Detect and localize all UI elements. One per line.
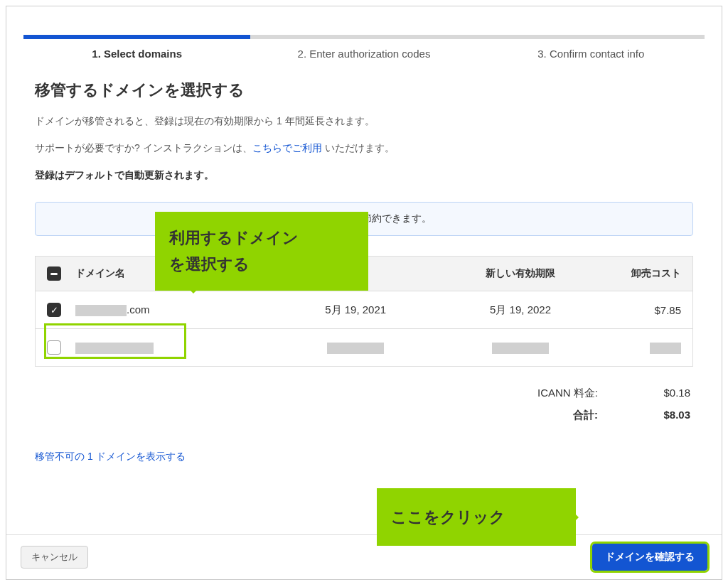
total-label: 合計: <box>498 409 598 422</box>
current-expiry-cell: 5月 19, 2021 <box>273 303 438 317</box>
grand-total-row: 合計: $8.03 <box>498 409 690 422</box>
header-new: 新しい有効期限 <box>438 267 603 280</box>
progress-segment-3 <box>478 35 705 39</box>
support-suffix: いただけます。 <box>322 142 395 154</box>
totals-section: ICANN 料金: $0.18 合計: $8.03 <box>35 387 693 422</box>
check-icon: ✓ <box>50 306 58 315</box>
step-3-label: 3. Confirm contact info <box>478 48 705 60</box>
icann-value: $0.18 <box>641 387 690 400</box>
annotation-line2: を選択する <box>169 251 354 277</box>
redacted-value <box>492 343 549 354</box>
current-expiry-cell <box>273 341 438 354</box>
cost-cell: $7.85 <box>603 304 681 316</box>
domain-cell <box>75 341 273 354</box>
redacted-value <box>650 343 681 354</box>
main-panel: 1. Select domains 2. Enter authorization… <box>6 6 722 580</box>
steps-row: 1. Select domains 2. Enter authorization… <box>23 48 705 60</box>
instructions-link[interactable]: こちらでご利用 <box>252 142 322 154</box>
support-prefix: サポートが必要ですか? インストラクションは、 <box>35 142 252 154</box>
new-expiry-cell: 5月 19, 2022 <box>438 303 603 317</box>
support-text: サポートが必要ですか? インストラクションは、こちらでご利用 いただけます。 <box>35 142 693 155</box>
redacted-domain <box>75 343 154 354</box>
progress-bar <box>23 35 705 39</box>
annotation-click-text: ここをクリック <box>391 508 505 526</box>
intro-text: ドメインが移管されると、登録は現在の有効期限から 1 年間延長されます。 <box>35 115 693 128</box>
content-area: 移管するドメインを選択する ドメインが移管されると、登録は現在の有効期限から 1… <box>6 60 722 534</box>
progress-segment-2 <box>250 35 477 39</box>
cost-cell <box>603 341 681 354</box>
auto-renew-note: 登録はデフォルトで自動更新されます。 <box>35 169 693 182</box>
annotation-select-domain: 利用するドメイン を選択する <box>155 212 368 291</box>
redacted-domain <box>75 305 127 316</box>
icann-label: ICANN 料金: <box>498 387 598 400</box>
footer-bar: キャンセル ドメインを確認する <box>6 534 722 579</box>
redacted-value <box>327 343 384 354</box>
indeterminate-icon <box>50 273 58 275</box>
domain-suffix: .com <box>127 303 150 316</box>
icann-fee-row: ICANN 料金: $0.18 <box>498 387 690 400</box>
header-cost: 卸売コスト <box>603 267 681 280</box>
table-row <box>36 328 692 366</box>
confirm-domains-button[interactable]: ドメインを確認する <box>592 544 707 571</box>
row-checkbox[interactable] <box>47 340 61 355</box>
show-unavailable-link[interactable]: 移管不可の 1 ドメインを表示する <box>35 451 693 463</box>
select-all-checkbox[interactable] <box>47 266 61 281</box>
progress-segment-1 <box>23 35 250 39</box>
row-checkbox[interactable]: ✓ <box>47 303 61 317</box>
step-1-label: 1. Select domains <box>23 48 250 60</box>
table-row: ✓ .com 5月 19, 2021 5月 19, 2022 $7.85 <box>36 291 692 328</box>
annotation-line1: 利用するドメイン <box>169 225 354 251</box>
domain-cell: .com <box>75 303 273 316</box>
cancel-button[interactable]: キャンセル <box>21 546 88 569</box>
annotation-click-here: ここをクリック <box>377 488 576 546</box>
page-title: 移管するドメインを選択する <box>35 80 693 101</box>
step-2-label: 2. Enter authorization codes <box>250 48 477 60</box>
new-expiry-cell <box>438 341 603 354</box>
total-value: $8.03 <box>641 409 690 422</box>
